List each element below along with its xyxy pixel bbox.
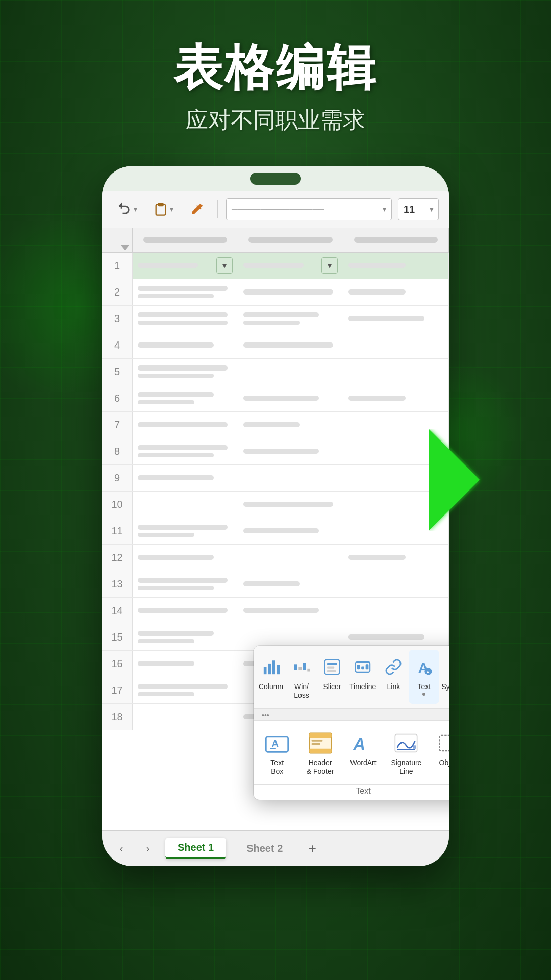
- sheet-prev-button[interactable]: ‹: [112, 839, 131, 857]
- toolbar-divider: [217, 200, 218, 218]
- insert-signature-button[interactable]: SignatureLine: [385, 726, 428, 780]
- cell-1c[interactable]: [343, 253, 449, 279]
- cell-1b[interactable]: ▾: [238, 253, 344, 279]
- insert-header-footer-button[interactable]: Header& Footer: [298, 726, 341, 780]
- cell[interactable]: [133, 438, 238, 464]
- svg-rect-8: [298, 667, 302, 670]
- svg-rect-18: [366, 665, 369, 670]
- svg-rect-4: [268, 664, 271, 674]
- cell[interactable]: [238, 306, 344, 332]
- svg-text:A: A: [353, 735, 365, 753]
- font-name-input[interactable]: ──────────────── ▾: [226, 198, 392, 220]
- svg-text:Ω: Ω: [448, 661, 449, 674]
- svg-rect-33: [397, 749, 415, 750]
- cell[interactable]: [343, 571, 449, 597]
- table-row: 7: [102, 412, 449, 438]
- add-sheet-button[interactable]: +: [303, 839, 321, 857]
- svg-text:•: •: [427, 669, 429, 676]
- insert-object-button[interactable]: Object: [428, 726, 449, 780]
- sheet-tab-1[interactable]: Sheet 1: [165, 838, 226, 859]
- winloss-label: Win/Loss: [294, 682, 309, 700]
- cell[interactable]: [133, 465, 238, 491]
- filter-dropdown-b[interactable]: ▾: [321, 257, 338, 274]
- cell[interactable]: [133, 571, 238, 597]
- cell[interactable]: [238, 465, 344, 491]
- cell[interactable]: [133, 492, 238, 518]
- cell[interactable]: [133, 624, 238, 650]
- cell[interactable]: [133, 545, 238, 571]
- cell[interactable]: [238, 438, 344, 464]
- svg-rect-3: [264, 667, 267, 674]
- cell[interactable]: [238, 571, 344, 597]
- cell[interactable]: [343, 545, 449, 571]
- cell[interactable]: [133, 518, 238, 544]
- cell[interactable]: [343, 279, 449, 305]
- cell[interactable]: [133, 704, 238, 730]
- cell[interactable]: [133, 677, 238, 703]
- cell[interactable]: [133, 306, 238, 332]
- cell[interactable]: [238, 598, 344, 624]
- row-number: 18: [102, 704, 133, 730]
- insert-text-button[interactable]: A • Text: [409, 650, 439, 704]
- cell[interactable]: [238, 492, 344, 518]
- col-header-c[interactable]: [343, 228, 449, 252]
- svg-rect-17: [361, 667, 364, 670]
- cell[interactable]: [238, 412, 344, 438]
- popup-section-label: Text: [254, 784, 449, 800]
- cell[interactable]: [133, 359, 238, 385]
- symbols-icon: Ω: [442, 654, 449, 680]
- svg-rect-7: [294, 665, 297, 670]
- insert-timeline-button[interactable]: Timeline: [347, 650, 378, 704]
- cell[interactable]: [238, 545, 344, 571]
- sheet-next-button[interactable]: ›: [139, 839, 157, 857]
- cell[interactable]: [238, 518, 344, 544]
- cell[interactable]: [343, 385, 449, 411]
- cell[interactable]: [133, 651, 238, 677]
- cell[interactable]: [343, 359, 449, 385]
- text-icon: A •: [411, 654, 437, 680]
- insert-column-button[interactable]: Column: [256, 650, 286, 704]
- cell[interactable]: [238, 359, 344, 385]
- insert-slicer-button[interactable]: Slicer: [317, 650, 347, 704]
- row-number: 3: [102, 306, 133, 332]
- cell[interactable]: [133, 412, 238, 438]
- insert-link-button[interactable]: Link: [378, 650, 409, 704]
- sheet-tabs: ‹ › Sheet 1 Sheet 2 +: [102, 830, 449, 866]
- cell[interactable]: [343, 332, 449, 358]
- sub-title: 应对不同职业需求: [20, 105, 531, 135]
- table-row: 8: [102, 438, 449, 465]
- link-label: Link: [387, 682, 400, 691]
- undo-button[interactable]: ▾: [112, 199, 142, 219]
- svg-rect-10: [307, 669, 310, 672]
- clipboard-button[interactable]: ▾: [148, 199, 179, 219]
- row-number: 14: [102, 598, 133, 624]
- col-header-b[interactable]: [238, 228, 344, 252]
- row-number: 5: [102, 359, 133, 385]
- cell[interactable]: [343, 306, 449, 332]
- row-number: 7: [102, 412, 133, 438]
- col-header-a[interactable]: [133, 228, 238, 252]
- paint-button[interactable]: [185, 199, 209, 219]
- svg-rect-29: [311, 740, 322, 742]
- cell[interactable]: [133, 385, 238, 411]
- table-row: 6: [102, 385, 449, 412]
- object-label: Object: [439, 758, 449, 767]
- insert-textbox-button[interactable]: A TextBox: [256, 726, 298, 780]
- cell[interactable]: [238, 279, 344, 305]
- font-size-input[interactable]: 11 ▾: [398, 198, 439, 220]
- filter-dropdown-a[interactable]: ▾: [216, 257, 233, 274]
- sheet-tab-2[interactable]: Sheet 2: [234, 839, 295, 859]
- svg-rect-27: [309, 733, 331, 738]
- cell[interactable]: [133, 279, 238, 305]
- cell-1a[interactable]: ▾: [133, 253, 238, 279]
- insert-bottom-row: A TextBox: [254, 721, 449, 784]
- insert-wordart-button[interactable]: A WordArt: [342, 726, 385, 780]
- cell[interactable]: [133, 332, 238, 358]
- cell[interactable]: [343, 598, 449, 624]
- insert-winloss-button[interactable]: Win/Loss: [286, 650, 317, 704]
- cell[interactable]: [133, 598, 238, 624]
- textbox-label: TextBox: [270, 758, 284, 776]
- cell[interactable]: [238, 332, 344, 358]
- cell[interactable]: [238, 385, 344, 411]
- insert-symbols-button[interactable]: Ω Symbols: [439, 650, 449, 704]
